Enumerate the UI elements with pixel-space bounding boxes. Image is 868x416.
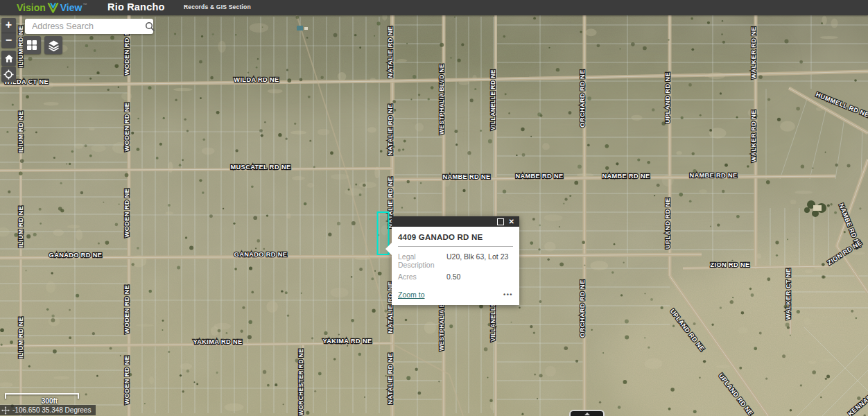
street-label: WILDA RD NE [234, 76, 279, 83]
page-subtitle: Records & GIS Section [184, 3, 251, 10]
street-label: GANADO RD NE [234, 251, 288, 258]
popup-footer: Zoom to ••• [398, 291, 513, 299]
street-label: WALKER RD NE [750, 110, 757, 162]
attribute-row: Acres 0.50 [398, 272, 513, 281]
street-label: YAKIMA RD NE [193, 338, 243, 345]
map-canvas[interactable]: WILDA CT NEWILDA RD NEMUSCATEL RD NEGANA… [0, 0, 868, 416]
popup-more-menu[interactable]: ••• [503, 291, 513, 298]
street-label: WALKER RD NE [750, 26, 757, 79]
chevron-up-icon [584, 413, 590, 415]
street-label: NATALIE RD NE [387, 353, 394, 405]
street-label: GANADO RD NE [49, 252, 103, 259]
street-label: ORCHARD RD NE [579, 69, 586, 127]
locate-icon [3, 69, 14, 80]
zoom-out-button[interactable]: − [1, 33, 16, 48]
locate-button[interactable] [1, 67, 16, 82]
popup-maximize-icon[interactable] [497, 218, 504, 225]
street-label: ORCHARD RD NE [579, 279, 586, 337]
attribute-value: U20, Blk 63, Lot 23 [446, 252, 508, 269]
street-label: WALKER CT NE [785, 268, 792, 320]
gis-application: WILDA CT NEWILDA RD NEMUSCATEL RD NEGANA… [0, 0, 868, 416]
logo-text-vision: Vision [17, 2, 46, 13]
street-label: ILIUM RD NE [17, 206, 24, 248]
zoom-in-button[interactable]: + [1, 18, 16, 33]
scale-bar-label: 300ft [14, 397, 85, 405]
street-label: UPLAND RD NE [664, 198, 671, 249]
search-icon[interactable] [145, 19, 155, 34]
street-label: WODEN RD NE [123, 103, 130, 152]
logo-text-view: View [60, 2, 83, 13]
home-extent-button[interactable] [1, 51, 16, 66]
street-label: NAMBE RD NE [602, 173, 650, 180]
zoom-to-link[interactable]: Zoom to [398, 291, 425, 299]
coordinates-readout: -106.650 35.348 Degrees [12, 406, 91, 414]
street-label: UPLAND RD NE [664, 72, 671, 123]
street-label: WODEN RD NE [123, 356, 130, 405]
popup-close-icon[interactable]: ✕ [509, 218, 514, 225]
street-label: NATALIE RD NE [387, 26, 394, 78]
street-label: WODEN RD NE [123, 285, 130, 334]
street-label: WODEN RD NE [123, 189, 130, 238]
page-title: Rio Rancho [107, 1, 165, 12]
street-label: NATALIE RD NE [387, 104, 394, 156]
layers-icon [48, 40, 60, 51]
popup-header: ✕ [392, 216, 519, 227]
street-label: VILLANELLE RD NE [489, 69, 496, 130]
logo-v-icon [47, 3, 59, 13]
attribution-expand-button[interactable] [569, 410, 605, 416]
coordinates-widget: -106.650 35.348 Degrees [0, 405, 96, 415]
basemap-gallery-button[interactable] [23, 36, 41, 54]
street-label: WESTPHALIA BLVD NE [438, 64, 445, 135]
app-header: Vision View ™ Rio Rancho Records & GIS S… [0, 0, 868, 15]
layers-button[interactable] [44, 36, 62, 54]
attribute-label: Legal Description [398, 252, 446, 269]
feature-popup: ✕ 4409 GANADO RD NE Legal Description U2… [392, 216, 519, 305]
street-label: ZION RD NE [710, 261, 749, 268]
street-label: ILIUM RD NE [17, 317, 24, 359]
street-label: MUSCATEL RD NE [231, 164, 291, 171]
street-label: WORCHESTER RD NE [297, 349, 304, 416]
street-label: ILIUM RD NE [17, 111, 24, 153]
street-label: YAKIMA RD NE [323, 338, 372, 345]
vision-view-logo: Vision View ™ [17, 1, 87, 15]
street-label: NAMBE RD NE [689, 172, 737, 179]
popup-pointer [385, 243, 392, 255]
attribute-row: Legal Description U20, Blk 63, Lot 23 [398, 252, 513, 269]
attribute-label: Acres [398, 272, 446, 281]
address-search-box [25, 19, 153, 34]
street-label: NAMBE RD NE [442, 173, 490, 180]
street-label: NAMBE RD NE [515, 173, 563, 180]
home-icon [4, 54, 14, 63]
attribute-value: 0.50 [446, 272, 460, 281]
basemap-grid-icon [26, 40, 37, 51]
popup-divider [398, 246, 513, 247]
popup-body: 4409 GANADO RD NE Legal Description U20,… [392, 227, 519, 305]
move-crosshair-icon [1, 406, 10, 415]
popup-title: 4409 GANADO RD NE [398, 233, 513, 241]
search-input[interactable] [31, 21, 145, 32]
zoom-control: + − [1, 18, 16, 48]
logo-trademark: ™ [83, 3, 87, 7]
